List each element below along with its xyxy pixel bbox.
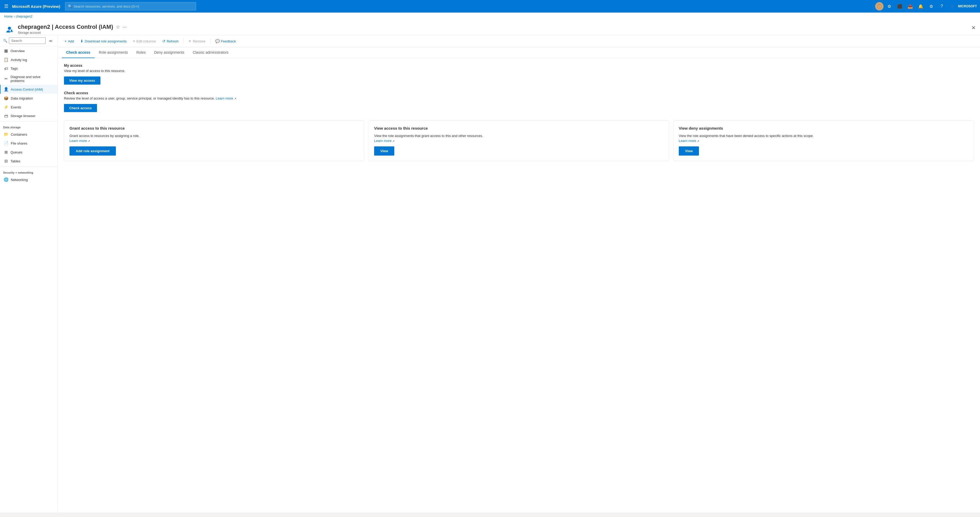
tab-roles[interactable]: Roles — [132, 47, 150, 58]
svg-point-2 — [11, 30, 12, 31]
sidebar-item-tags[interactable]: 🏷 Tags — [0, 64, 57, 73]
favorite-icon[interactable]: ☆ — [116, 24, 120, 30]
cloud-shell-icon[interactable]: ⬛ — [895, 2, 905, 11]
download-icon: ⬇ — [80, 39, 83, 43]
close-button[interactable]: ✕ — [971, 25, 976, 31]
sidebar-item-queues[interactable]: ⊞ Queues — [0, 148, 57, 157]
tab-deny-assignments[interactable]: Deny assignments — [150, 47, 188, 58]
page-header: chepragen2 | Access Control (IAM) ☆ ··· … — [0, 21, 980, 35]
more-options-icon[interactable]: ··· — [123, 24, 127, 30]
sidebar-item-data-migration[interactable]: 📦 Data migration — [0, 94, 57, 103]
breadcrumb-home[interactable]: Home — [4, 15, 13, 18]
check-access-section: Check access Review the level of access … — [64, 91, 974, 118]
sidebar-item-networking[interactable]: 🌐 Networking — [0, 175, 57, 184]
view-deny-button[interactable]: View — [679, 146, 699, 155]
global-search-bar[interactable]: 🔍 — [65, 2, 196, 11]
cards-row: Grant access to this resource Grant acce… — [64, 121, 974, 161]
notifications-icon[interactable]: 🔔 — [916, 2, 926, 11]
sidebar-item-containers[interactable]: 📁 Containers — [0, 130, 57, 139]
grant-access-card: Grant access to this resource Grant acce… — [64, 121, 364, 161]
tab-role-assignments[interactable]: Role assignments — [95, 47, 132, 58]
check-access-description: Review the level of access a user, group… — [64, 96, 974, 101]
help-icon[interactable]: ? — [937, 2, 947, 11]
sidebar: 🔍 ≪ ▦ Overview 📋 Activity log 🏷 Tags ✂ D… — [0, 35, 58, 512]
view-deny-learn-more-link[interactable]: Learn more — [679, 139, 696, 143]
view-deny-card-title: View deny assignments — [679, 126, 968, 130]
tab-check-access[interactable]: Check access — [62, 47, 95, 58]
toolbar: + Add ⬇ Download role assignments ≡ Edit… — [58, 35, 980, 47]
external-link-icon-1: ↗ — [88, 140, 90, 143]
main-layout: 🔍 ≪ ▦ Overview 📋 Activity log 🏷 Tags ✂ D… — [0, 35, 980, 512]
sidebar-search-input[interactable] — [9, 38, 46, 44]
download-role-assignments-button[interactable]: ⬇ Download role assignments — [78, 38, 129, 45]
external-link-icon-2: ↗ — [393, 140, 395, 143]
my-access-section: My access View my level of access to thi… — [64, 63, 974, 91]
feedback-button[interactable]: 💬 Feedback — [213, 38, 239, 45]
sidebar-item-label: Diagnose and solve problems — [11, 75, 54, 83]
view-access-card-description: View the role assignments that grant acc… — [374, 133, 663, 143]
edit-columns-icon: ≡ — [133, 39, 135, 43]
my-access-description: View my level of access to this resource… — [64, 69, 974, 73]
external-link-icon-3: ↗ — [697, 140, 699, 143]
sidebar-item-file-shares[interactable]: 📄 File shares — [0, 139, 57, 148]
tabs-bar: Check access Role assignments Roles Deny… — [58, 47, 980, 58]
search-input[interactable] — [74, 5, 193, 8]
sidebar-item-label: Storage browser — [11, 114, 35, 118]
sidebar-item-label: Activity log — [11, 58, 27, 62]
settings-icon[interactable]: ⚙ — [926, 2, 936, 11]
sidebar-collapse-button[interactable]: ≪ — [47, 38, 54, 43]
sidebar-item-access-control[interactable]: 👤 Access Control (IAM) — [0, 85, 57, 94]
refresh-icon: ↺ — [162, 39, 165, 43]
sidebar-item-label: Data migration — [11, 97, 33, 100]
sidebar-search-area: 🔍 ≪ — [0, 35, 57, 46]
breadcrumb: Home › chepragen2 — [0, 13, 980, 21]
sidebar-item-diagnose[interactable]: ✂ Diagnose and solve problems — [0, 73, 57, 85]
add-button[interactable]: + Add — [62, 38, 76, 45]
sidebar-item-label: Containers — [11, 133, 27, 136]
events-icon: ⚡ — [4, 105, 9, 109]
hamburger-menu[interactable]: ☰ — [3, 2, 10, 10]
user-avatar[interactable]: 🐵 — [875, 2, 883, 11]
portal-feedback-icon[interactable]: 📤 — [905, 2, 915, 11]
content-area: + Add ⬇ Download role assignments ≡ Edit… — [58, 35, 980, 512]
grant-access-card-title: Grant access to this resource — [70, 126, 359, 130]
add-icon: + — [65, 39, 67, 43]
tags-icon: 🏷 — [4, 66, 8, 71]
edit-columns-button[interactable]: ≡ Edit columns — [130, 38, 159, 45]
security-section-label: Security + networking — [0, 168, 57, 175]
sidebar-item-overview[interactable]: ▦ Overview — [0, 46, 57, 55]
page-title-area: chepragen2 | Access Control (IAM) ☆ ··· … — [18, 24, 968, 35]
tables-icon: ⊟ — [4, 159, 8, 163]
check-access-button[interactable]: Check access — [64, 104, 97, 112]
add-role-assignment-button[interactable]: Add role assignment — [70, 146, 116, 155]
sidebar-item-label: Events — [11, 105, 21, 109]
sidebar-item-events[interactable]: ⚡ Events — [0, 103, 57, 111]
sidebar-item-storage-browser[interactable]: 🗃 Storage browser — [0, 111, 57, 120]
external-link-icon: ↗ — [234, 97, 236, 100]
page-header-icon — [4, 25, 15, 35]
activity-log-icon: 📋 — [4, 57, 9, 62]
directory-icon[interactable]: 👤 — [948, 2, 957, 11]
containers-icon: 📁 — [4, 132, 9, 137]
check-access-learn-more-link[interactable]: Learn more — [216, 97, 233, 100]
top-navigation: ☰ Microsoft Azure (Preview) 🔍 🐵 ⚙ ⬛ 📤 🔔 … — [0, 0, 980, 13]
view-access-button[interactable]: View — [374, 146, 394, 155]
view-access-card: View access to this resource View the ro… — [369, 121, 669, 161]
nav-icons-group: 🐵 ⚙ ⬛ 📤 🔔 ⚙ ? 👤 MICROSOFT — [875, 2, 977, 11]
queues-icon: ⊞ — [4, 150, 8, 154]
data-migration-icon: 📦 — [4, 96, 9, 101]
tab-classic-administrators[interactable]: Classic administrators — [188, 47, 233, 58]
breadcrumb-current[interactable]: chepragen2 — [16, 15, 32, 18]
view-my-access-button[interactable]: View my access — [64, 76, 100, 85]
view-access-learn-more-link[interactable]: Learn more — [374, 139, 391, 143]
remove-button[interactable]: ✕ Remove — [186, 38, 208, 45]
sidebar-item-activity-log[interactable]: 📋 Activity log — [0, 55, 57, 64]
sidebar-item-tables[interactable]: ⊟ Tables — [0, 157, 57, 165]
access-control-icon: 👤 — [4, 87, 9, 92]
grant-access-learn-more-link[interactable]: Learn more — [70, 139, 87, 143]
sidebar-item-label: Overview — [11, 49, 25, 53]
copilot-icon[interactable]: ⚙ — [885, 2, 894, 11]
search-icon: 🔍 — [68, 5, 72, 8]
page-title: chepragen2 | Access Control (IAM) — [18, 24, 113, 30]
refresh-button[interactable]: ↺ Refresh — [160, 38, 181, 45]
